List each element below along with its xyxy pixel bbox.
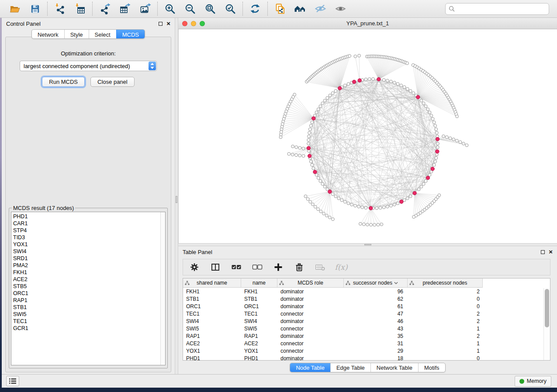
table-row[interactable]: RAP1RAP1dominator352 <box>183 332 550 340</box>
delete-button[interactable] <box>294 262 304 272</box>
mcds-result-item[interactable]: YOX1 <box>13 241 159 248</box>
mcds-result-item[interactable]: SWI4 <box>13 248 159 255</box>
import-network-button[interactable] <box>53 2 66 15</box>
search-box <box>445 3 549 15</box>
delete-table-button[interactable] <box>315 262 325 272</box>
mcds-result-item[interactable]: STB1 <box>13 304 159 311</box>
first-neighbors-button[interactable] <box>294 2 307 15</box>
zoom-out-button[interactable] <box>183 2 197 15</box>
mcds-result-item[interactable]: SWI5 <box>13 311 159 318</box>
table-row[interactable]: PHD1PHD1dominator180 <box>183 354 550 361</box>
mcds-result-item[interactable]: ACE2 <box>13 276 159 283</box>
import-table-icon <box>74 3 86 14</box>
mcds-result-item[interactable]: STP4 <box>13 227 159 234</box>
close-panel-button[interactable]: Close panel <box>90 77 135 87</box>
table-cell: 0 <box>408 303 483 309</box>
table-row[interactable]: ACE2ACE2connector311 <box>183 340 550 347</box>
export-table-button[interactable] <box>118 2 131 15</box>
table-cell: 62 <box>344 296 408 302</box>
panel-list-button[interactable] <box>6 376 19 386</box>
zoom-fit-button[interactable] <box>204 2 217 15</box>
table-row[interactable]: YOX1YOX1connector291 <box>183 347 550 354</box>
splitter-grip[interactable] <box>364 244 371 245</box>
column-header-name[interactable]: name <box>241 279 277 288</box>
table-cell: dominator <box>277 355 344 361</box>
search-input[interactable] <box>457 6 546 12</box>
column-header-shared-name[interactable]: shared name <box>183 279 241 288</box>
mcds-result-item[interactable]: STB5 <box>13 283 159 290</box>
column-header-MCDS-role[interactable]: MCDS role <box>277 279 344 288</box>
mcds-result-item[interactable]: SRD1 <box>13 255 159 262</box>
zoom-in-button[interactable] <box>163 2 176 15</box>
dropdown-stepper-icon <box>149 62 156 70</box>
tab-select[interactable]: Select <box>89 30 116 38</box>
mcds-result-item[interactable]: RAP1 <box>13 297 159 304</box>
table-cell: dominator <box>277 303 344 309</box>
table-row[interactable]: STB1STB1dominator620 <box>183 295 550 303</box>
export-image-button[interactable] <box>138 2 152 15</box>
splitter-grip[interactable] <box>176 196 177 203</box>
table-tab-node-table[interactable]: Node Table <box>290 363 330 372</box>
mcds-result-group: MCDS result (17 nodes) PHD1CAR1STP4TID3Y… <box>9 205 168 368</box>
mcds-result-item[interactable]: TID3 <box>13 234 159 241</box>
table-row[interactable]: SWI4SWI4dominator462 <box>183 317 550 325</box>
table-row[interactable]: TEC1TEC1connector472 <box>183 310 550 317</box>
mcds-result-item[interactable]: PHD1 <box>13 213 159 220</box>
refresh-button[interactable] <box>249 2 262 15</box>
tab-mcds[interactable]: MCDS <box>116 30 145 38</box>
function-builder-button[interactable]: f(x) <box>336 262 346 272</box>
float-panel-icon[interactable] <box>541 250 545 254</box>
duplicate-network-button[interactable] <box>273 2 287 15</box>
tab-network[interactable]: Network <box>32 30 64 38</box>
column-header-successor-nodes[interactable]: successor nodes <box>344 279 408 288</box>
zoom-selected-button[interactable] <box>224 2 237 15</box>
close-panel-icon[interactable]: × <box>166 21 170 26</box>
table-cell: STB1 <box>241 296 277 302</box>
mcds-result-item[interactable]: ORC1 <box>13 290 159 297</box>
export-network-button[interactable] <box>98 2 111 15</box>
table-cell: 1 <box>408 326 483 332</box>
toggle-column-view-button[interactable] <box>210 262 221 272</box>
mcds-result-item[interactable]: CAR1 <box>13 220 159 227</box>
mcds-result-item[interactable]: FKH1 <box>13 269 159 276</box>
window-close-icon[interactable] <box>182 21 187 26</box>
mcds-result-item[interactable]: GCR1 <box>13 325 159 332</box>
open-file-button[interactable] <box>8 2 21 15</box>
network-canvas[interactable] <box>178 29 557 243</box>
hide-selected-button[interactable] <box>314 2 327 15</box>
node-table[interactable]: shared namenameMCDS rolesuccessor nodesp… <box>183 278 550 361</box>
horizontal-splitter[interactable] <box>178 243 557 246</box>
window-zoom-icon[interactable] <box>200 21 205 26</box>
vertical-splitter[interactable] <box>175 18 178 374</box>
scrollbar-thumb[interactable] <box>545 289 549 327</box>
mcds-result-list[interactable]: PHD1CAR1STP4TID3YOX1SWI4SRD1PMA2FKH1ACE2… <box>11 212 166 365</box>
table-tab-network-table[interactable]: Network Table <box>370 363 418 372</box>
close-panel-icon[interactable]: × <box>549 250 553 254</box>
window-minimize-icon[interactable] <box>191 21 196 26</box>
mcds-result-item[interactable]: PMA2 <box>13 262 159 269</box>
settings-button[interactable] <box>189 262 200 272</box>
table-tab-edge-table[interactable]: Edge Table <box>330 363 370 372</box>
table-cell: FKH1 <box>241 289 277 295</box>
show-all-button[interactable] <box>334 2 347 15</box>
list-scrollbar[interactable] <box>160 212 165 365</box>
table-tab-motifs[interactable]: Motifs <box>418 363 445 372</box>
import-table-button[interactable] <box>73 2 86 15</box>
add-button[interactable] <box>273 262 284 272</box>
tab-style[interactable]: Style <box>64 30 89 38</box>
run-mcds-button[interactable]: Run MCDS <box>42 77 85 87</box>
criterion-dropdown[interactable]: largest connected component (undirected) <box>20 61 157 71</box>
save-session-button[interactable] <box>28 2 42 15</box>
table-scrollbar[interactable] <box>543 288 550 360</box>
deselect-all-button[interactable] <box>252 262 263 272</box>
table-row[interactable]: ORC1ORC1dominator610 <box>183 303 550 310</box>
table-row[interactable]: FKH1FKH1dominator962 <box>183 288 550 295</box>
float-panel-icon[interactable] <box>159 22 163 26</box>
memory-button[interactable]: Memory <box>515 376 551 387</box>
mcds-result-item[interactable]: TEC1 <box>13 318 159 325</box>
table-row[interactable]: SWI5SWI5connector431 <box>183 325 550 332</box>
column-header-predecessor-nodes[interactable]: predecessor nodes <box>408 279 483 288</box>
table-cell: 96 <box>344 289 408 295</box>
select-all-button[interactable] <box>231 262 242 272</box>
table-cell: 35 <box>344 333 408 339</box>
